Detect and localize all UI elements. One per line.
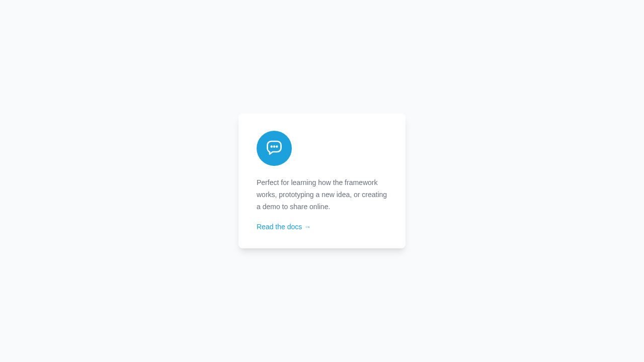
svg-point-2 — [276, 146, 277, 147]
icon-circle — [257, 131, 292, 166]
chat-bubble-icon — [265, 138, 283, 158]
card-description: Perfect for learning how the framework w… — [257, 177, 387, 213]
info-card: Perfect for learning how the framework w… — [238, 114, 406, 248]
svg-point-0 — [271, 146, 272, 147]
read-docs-link[interactable]: Read the docs → — [257, 223, 311, 231]
svg-point-1 — [274, 146, 275, 147]
